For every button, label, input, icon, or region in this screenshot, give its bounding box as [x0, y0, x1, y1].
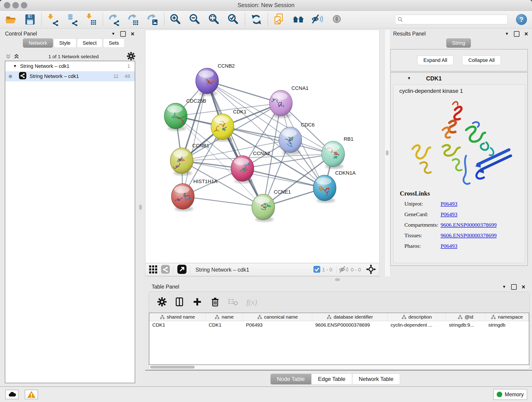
table-cell[interactable]: 9606.ENSP00000378699: [312, 321, 388, 329]
import-network-from-database-icon[interactable]: [65, 13, 79, 26]
zoom-out-icon[interactable]: [188, 13, 202, 26]
right-splitter-handle[interactable]: [386, 150, 389, 155]
tab-network-table[interactable]: Network Table: [352, 374, 400, 385]
left-splitter-handle[interactable]: [139, 205, 142, 210]
memory-button[interactable]: Memory: [493, 389, 527, 400]
network-node-RB1[interactable]: RB1: [322, 136, 354, 169]
open-session-icon[interactable]: [4, 13, 17, 26]
apply-preferred-layout-icon[interactable]: [250, 13, 263, 26]
table-cell[interactable]: stringdb:9...: [446, 321, 485, 329]
column-header-description[interactable]: description: [388, 313, 446, 321]
results-panel-float-icon[interactable]: [514, 31, 519, 37]
results-panel-close-icon[interactable]: ×: [525, 32, 528, 36]
network-thumbnail-icon[interactable]: [161, 265, 170, 274]
network-edge[interactable]: [207, 81, 263, 207]
network-options-gear-icon[interactable]: [127, 52, 135, 61]
network-graph[interactable]: CCNB2 CCNA1 CDC25B CDK1 CDC6: [146, 30, 379, 263]
control-panel-float-icon[interactable]: [120, 31, 126, 37]
network-row-selected[interactable]: String Network – cdk1 11 48: [5, 71, 135, 81]
zoom-selected-icon[interactable]: [227, 13, 240, 26]
crosslink-link[interactable]: 9606.ENSP00000378699: [441, 232, 497, 239]
scrollbar-thumb[interactable]: [150, 366, 195, 369]
network-canvas[interactable]: CCNB2 CCNA1 CDC25B CDK1 CDC6: [145, 30, 380, 263]
node-details: cyclin-dependent kinase 1 CrossLinks Uni…: [393, 84, 525, 263]
search-box[interactable]: [395, 15, 508, 24]
column-header-namespace[interactable]: namespace: [485, 313, 529, 321]
network-node-CDC6[interactable]: CDC6: [279, 122, 315, 155]
grid-view-icon[interactable]: [149, 265, 157, 274]
create-column-icon[interactable]: [192, 297, 202, 308]
collapse-all-button[interactable]: Collapse All: [462, 56, 501, 65]
table-cell[interactable]: CDK1: [206, 321, 243, 329]
show-home-icon[interactable]: [292, 13, 305, 26]
table-cell[interactable]: cyclin-dependent ...: [388, 321, 446, 329]
table-cell[interactable]: CDK1: [149, 321, 206, 329]
results-panel-collapse-icon[interactable]: ▼: [505, 32, 509, 36]
horizontal-splitter-handle[interactable]: [335, 278, 340, 281]
hide-selected-icon[interactable]: [311, 13, 324, 26]
crosslink-link[interactable]: 9606.ENSP00000378699: [441, 222, 497, 228]
network-node-HIST1H1A[interactable]: HIST1H1A: [171, 179, 217, 211]
tab-style[interactable]: Style: [54, 38, 76, 48]
column-header-name[interactable]: name: [206, 313, 243, 321]
zoom-fit-content-icon[interactable]: [208, 13, 221, 26]
network-node-CCNA1[interactable]: CCNA1: [269, 85, 309, 118]
selected-items-checkbox-icon[interactable]: [313, 266, 320, 274]
warning-icon: [27, 390, 36, 398]
collapse-all-icon[interactable]: [5, 54, 12, 60]
birds-eye-view-icon[interactable]: [366, 264, 376, 275]
crosslink-link[interactable]: P06493: [441, 211, 457, 217]
network-collection-row[interactable]: ▼ String Network – cdk1 1: [5, 61, 135, 71]
tab-select[interactable]: Select: [77, 38, 102, 48]
control-panel-collapse-icon[interactable]: ▼: [111, 32, 115, 36]
show-all-items-icon[interactable]: [330, 13, 344, 26]
tab-edge-table[interactable]: Edge Table: [311, 374, 352, 385]
expand-all-icon[interactable]: [13, 54, 20, 60]
table-options-gear-icon[interactable]: [157, 297, 167, 307]
import-table-icon[interactable]: [85, 13, 98, 26]
table-panel-close-icon[interactable]: ×: [522, 285, 525, 289]
column-header-database-identifier[interactable]: database identifier: [312, 313, 388, 321]
column-header-shared-name[interactable]: shared name: [149, 313, 206, 321]
column-header-canonical-name[interactable]: canonical name: [243, 313, 312, 321]
network-node-CCNB1[interactable]: CCNB1: [170, 143, 209, 176]
table-cell[interactable]: stringdb: [485, 321, 529, 329]
search-input[interactable]: [403, 17, 500, 22]
zoom-in-icon[interactable]: [169, 13, 182, 26]
column-header--id[interactable]: @id: [446, 313, 485, 321]
crosslink-row: Compartments:9606.ENSP00000378699: [393, 220, 525, 230]
table-cell[interactable]: P06493: [243, 321, 312, 329]
network-edge[interactable]: [183, 196, 263, 207]
crosslink-link[interactable]: P06493: [441, 243, 457, 249]
expand-all-button[interactable]: Expand All: [417, 56, 453, 65]
warning-button[interactable]: [25, 390, 38, 399]
network-node-CDK1[interactable]: CDK1: [211, 109, 247, 142]
clone-network-icon[interactable]: [273, 13, 286, 26]
crosslink-link[interactable]: P06493: [441, 201, 457, 207]
export-table-icon[interactable]: [127, 13, 140, 26]
current-network-indicator: [9, 75, 12, 78]
open-in-new-window-icon[interactable]: [177, 265, 186, 275]
table-horizontal-scrollbar[interactable]: [149, 365, 529, 369]
import-network-icon[interactable]: [46, 13, 60, 26]
export-network-icon[interactable]: [108, 13, 121, 26]
show-columns-icon[interactable]: [174, 297, 184, 308]
delete-column-icon[interactable]: [210, 297, 220, 308]
table-panel-collapse-icon[interactable]: ▼: [502, 285, 506, 289]
tab-node-table[interactable]: Node Table: [270, 374, 311, 385]
network-node-CDKN1A[interactable]: CDKN1A: [313, 170, 356, 203]
table-panel-float-icon[interactable]: [511, 284, 517, 290]
network-node-CCNB2[interactable]: CCNB2: [196, 63, 235, 96]
tab-network[interactable]: Network: [23, 38, 53, 48]
export-image-icon[interactable]: [146, 13, 159, 26]
control-panel-close-icon[interactable]: ×: [131, 32, 134, 36]
network-node-label: CCNB1: [192, 143, 209, 148]
tab-string[interactable]: String: [446, 38, 471, 48]
tab-sets[interactable]: Sets: [103, 38, 125, 48]
cloud-button[interactable]: [5, 390, 19, 399]
table-row[interactable]: CDK1CDK1P064939606.ENSP00000378699cyclin…: [149, 321, 529, 329]
save-session-icon[interactable]: [23, 13, 37, 26]
section-collapse-icon[interactable]: ▼: [407, 76, 411, 81]
node-table[interactable]: shared namenamecanonical namedatabase id…: [149, 313, 529, 365]
help-button[interactable]: ?: [516, 14, 527, 25]
